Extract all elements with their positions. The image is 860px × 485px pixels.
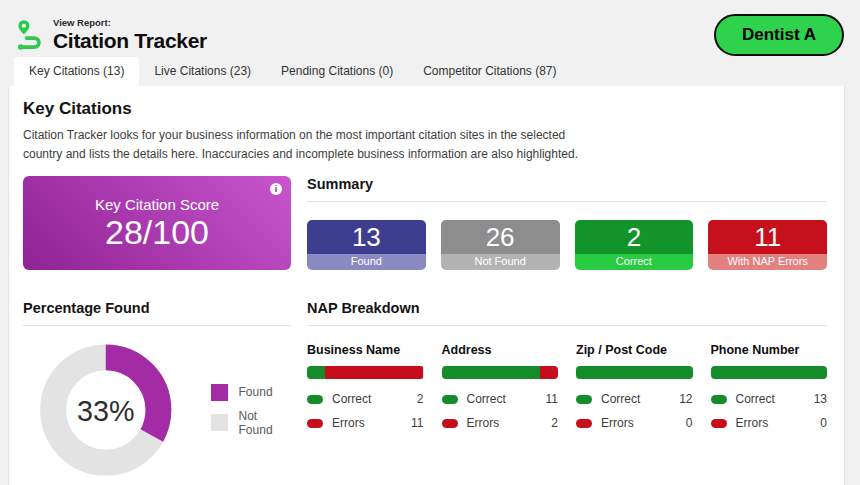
nap-correct-label: Correct <box>332 392 417 406</box>
errors-pill-icon <box>576 419 592 428</box>
percentage-found-heading: Percentage Found <box>23 300 291 326</box>
percentage-found-chart: 33% FoundNot Found <box>23 334 291 485</box>
nap-correct-count: 13 <box>814 392 827 406</box>
errors-pill-icon <box>307 419 323 428</box>
nap-bar-correct-segment <box>307 366 325 379</box>
nap-errors-label: Errors <box>601 416 686 430</box>
score-card-value: 28/100 <box>105 215 209 251</box>
nap-errors-row: Errors2 <box>442 416 559 430</box>
summary-card-label: Not Found <box>441 254 560 270</box>
correct-pill-icon <box>576 395 592 404</box>
nap-bar-errors-segment <box>325 366 424 379</box>
nap-correct-label: Correct <box>467 392 546 406</box>
summary-card-label: Correct <box>575 254 694 270</box>
route-pin-icon <box>12 18 48 54</box>
summary-card-label: With NAP Errors <box>708 254 827 270</box>
nap-column-phone-number: Phone NumberCorrect13Errors0 <box>711 343 828 440</box>
nap-correct-count: 12 <box>679 392 692 406</box>
nap-errors-row: Errors0 <box>711 416 828 430</box>
nap-stacked-bar <box>442 366 559 379</box>
errors-pill-icon <box>442 419 458 428</box>
nap-errors-label: Errors <box>467 416 552 430</box>
nap-column-zip-post-code: Zip / Post CodeCorrect12Errors0 <box>576 343 693 440</box>
summary-card-correct: 2Correct <box>575 220 694 270</box>
nap-column-legend: Correct11Errors2 <box>442 392 559 430</box>
nap-errors-label: Errors <box>332 416 411 430</box>
nap-correct-row: Correct11 <box>442 392 559 406</box>
summary-card-value: 2 <box>575 220 694 254</box>
tabs: Key Citations (13)Live Citations (23)Pen… <box>0 58 860 86</box>
summary-card-found: 13Found <box>307 220 426 270</box>
summary-cards: 13Found26Not Found2Correct11With NAP Err… <box>307 220 827 270</box>
nap-column-legend: Correct12Errors0 <box>576 392 693 430</box>
summary-card-value: 26 <box>441 220 560 254</box>
business-selector-button[interactable]: Dentist A <box>714 14 844 56</box>
info-icon[interactable]: i <box>270 183 282 195</box>
nap-correct-row: Correct13 <box>711 392 828 406</box>
summary-card-with-nap-errors: 11With NAP Errors <box>708 220 827 270</box>
percentage-found-section: Percentage Found 33% FoundNot Found <box>23 300 291 485</box>
nap-errors-count: 0 <box>686 416 693 430</box>
summary-card-value: 13 <box>307 220 426 254</box>
correct-pill-icon <box>442 395 458 404</box>
nap-column-legend: Correct13Errors0 <box>711 392 828 430</box>
nap-breakdown-heading: NAP Breakdown <box>307 300 827 326</box>
nap-stacked-bar <box>711 366 828 379</box>
nap-correct-label: Correct <box>736 392 814 406</box>
view-report-label: View Report: <box>53 17 207 28</box>
nap-breakdown-section: NAP Breakdown Business NameCorrect2Error… <box>307 300 827 485</box>
nap-errors-count: 11 <box>411 416 423 430</box>
correct-pill-icon <box>307 395 323 404</box>
page-title: Citation Tracker <box>53 29 207 53</box>
donut-legend: FoundNot Found <box>211 376 291 445</box>
nap-column-title: Zip / Post Code <box>576 343 693 357</box>
nap-column-address: AddressCorrect11Errors2 <box>442 343 559 440</box>
errors-pill-icon <box>711 419 727 428</box>
nap-stacked-bar <box>576 366 693 379</box>
nap-correct-count: 11 <box>546 392 558 406</box>
section-description: Citation Tracker looks for your business… <box>23 126 585 163</box>
nap-grid: Business NameCorrect2Errors11AddressCorr… <box>307 343 827 440</box>
summary-section: Summary 13Found26Not Found2Correct11With… <box>307 176 827 270</box>
summary-card-value: 11 <box>708 220 827 254</box>
legend-item-found: Found <box>211 384 291 401</box>
nap-errors-count: 0 <box>820 416 827 430</box>
legend-label: Found <box>239 385 273 399</box>
legend-swatch-icon <box>211 414 228 431</box>
nap-errors-count: 2 <box>551 416 558 430</box>
nap-bar-correct-segment <box>711 366 828 379</box>
nap-column-title: Business Name <box>307 343 424 357</box>
summary-heading: Summary <box>307 176 827 202</box>
nap-correct-row: Correct12 <box>576 392 693 406</box>
tab-competitor-citations-87[interactable]: Competitor Citations (87) <box>408 57 571 86</box>
nap-column-business-name: Business NameCorrect2Errors11 <box>307 343 424 440</box>
legend-swatch-icon <box>211 384 228 401</box>
nap-column-legend: Correct2Errors11 <box>307 392 424 430</box>
correct-pill-icon <box>711 395 727 404</box>
nap-bar-correct-segment <box>576 366 693 379</box>
tab-key-citations-13[interactable]: Key Citations (13) <box>14 57 139 86</box>
title-block: View Report: Citation Tracker <box>53 17 207 53</box>
nap-correct-row: Correct2 <box>307 392 424 406</box>
nap-correct-count: 2 <box>417 392 424 406</box>
section-title: Key Citations <box>23 99 827 119</box>
legend-item-not-found: Not Found <box>211 409 291 437</box>
key-citation-score-card: i Key Citation Score 28/100 <box>23 176 291 270</box>
score-card-label: Key Citation Score <box>95 196 219 213</box>
summary-card-not-found: 26Not Found <box>441 220 560 270</box>
tab-live-citations-23[interactable]: Live Citations (23) <box>139 57 266 86</box>
nap-bar-errors-segment <box>540 366 558 379</box>
donut-center-label: 33% <box>77 395 134 427</box>
tab-pending-citations-0[interactable]: Pending Citations (0) <box>266 57 408 86</box>
nap-column-title: Address <box>442 343 559 357</box>
nap-column-title: Phone Number <box>711 343 828 357</box>
nap-errors-label: Errors <box>736 416 821 430</box>
report-header: View Report: Citation Tracker Dentist A <box>0 0 860 58</box>
nap-errors-row: Errors0 <box>576 416 693 430</box>
summary-card-label: Found <box>307 254 426 270</box>
nap-bar-correct-segment <box>442 366 541 379</box>
content-panel: Key Citations Citation Tracker looks for… <box>8 86 845 485</box>
nap-errors-row: Errors11 <box>307 416 424 430</box>
nap-stacked-bar <box>307 366 424 379</box>
nap-correct-label: Correct <box>601 392 679 406</box>
